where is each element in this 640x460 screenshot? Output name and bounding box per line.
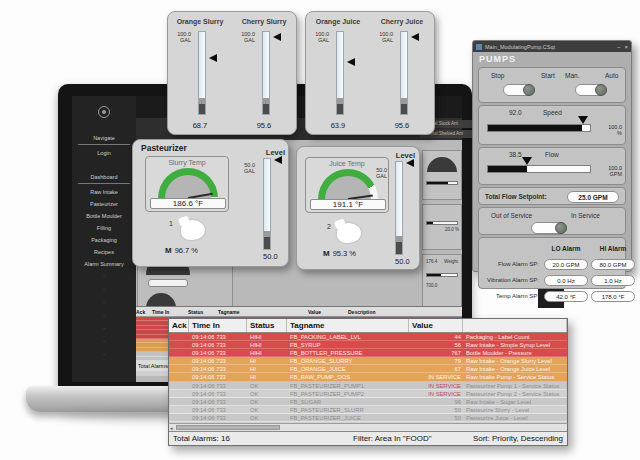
pump-icon[interactable] [181, 220, 205, 240]
gauge-value: 186.6 °F [150, 198, 226, 209]
level-capacity: 50.0GAL [237, 162, 255, 174]
speed-label: Speed [543, 109, 562, 116]
alarm-cell-val: 56 [409, 341, 463, 348]
alarm-cell-status: HIHI [247, 341, 287, 348]
toggle-knob[interactable] [523, 84, 535, 96]
alarm-cell-ack[interactable] [169, 365, 189, 372]
alarm-cell-status: OK [247, 406, 287, 413]
alarm-row[interactable]: 09:14:06 733HIFB_ORANGE_JUICE67Raw Intak… [169, 365, 567, 373]
total-flow-label: Total Flow Setpoint: [485, 193, 547, 200]
service-toggle[interactable] [531, 222, 567, 234]
alarm-sp-lo-field[interactable]: 0.0 Hz [544, 275, 588, 286]
alarm-cell-ack[interactable] [169, 349, 189, 356]
sidebar-item-navigate[interactable]: Navigate [78, 132, 130, 145]
sidebar-dot: · [72, 348, 136, 361]
alarm-cell-ack[interactable] [169, 341, 189, 348]
start-stop-toggle[interactable] [503, 84, 535, 96]
alarm-sp-lo-field[interactable]: 20.0 GPM [544, 259, 588, 270]
alarm-column-header[interactable]: Ack [169, 319, 189, 332]
alarm-table-scrollbar[interactable]: ◂ [169, 423, 567, 431]
alarm-sp-lo-field[interactable]: 42.0 °F [544, 291, 588, 302]
juice-level-column: Level 50.0GAL 50.0 [369, 151, 419, 267]
sidebar-item-alarm-summary[interactable]: Alarm Summary [72, 258, 136, 270]
bg-small-gauge [427, 157, 457, 172]
sidebar-item-packaging[interactable]: Packaging [72, 234, 136, 246]
flow-slider[interactable] [487, 165, 591, 173]
alarm-row[interactable]: 09:14:06 733OKFB_PASTEURIZER_SLURR50Past… [169, 406, 567, 414]
alarm-column-header[interactable]: Status [247, 319, 287, 332]
man-auto-toggle[interactable] [575, 84, 607, 96]
alarm-column-header[interactable]: Tagname [287, 319, 409, 332]
sidebar-dot: · [72, 270, 136, 283]
alarm-cell-status: OK [247, 414, 287, 421]
total-alarms-label: Total Alarms: 16 [173, 434, 353, 443]
alarm-cell-ack[interactable] [169, 333, 189, 340]
alarm-row[interactable]: 09:14:06 733HIHIFB_SYRUP56Raw Intake - S… [169, 341, 567, 349]
alarm-row[interactable]: 09:14:06 733HIHIFB_BOTTLER_PRESSURE767Bo… [169, 349, 567, 357]
bg-right-widget-2: 20.0 % [422, 204, 462, 250]
toggle-knob[interactable] [595, 84, 607, 96]
orange-slurry-tank: Orange Slurry 100.0GAL 68.7 [171, 18, 229, 130]
scrollbar-thumb[interactable] [176, 425, 280, 430]
tank-level-bar [400, 31, 408, 115]
flow-slider-marker[interactable] [522, 157, 532, 165]
stop-label: Stop [491, 72, 504, 79]
sidebar-item-recipes[interactable]: Recipes [72, 246, 136, 258]
alarm-cell-val: 50 [409, 406, 463, 413]
tank-level-bar [262, 31, 270, 115]
alarm-row[interactable]: 09:14:06 733HIFB_ORANGE_SLURRY79Raw Inta… [169, 357, 567, 365]
alarm-sp-hi-field[interactable]: 80.0 GPM [591, 259, 635, 270]
pump-mode-pct: M96.7 % [165, 246, 198, 255]
alarm-cell-ack[interactable] [169, 414, 189, 421]
alarm-row[interactable]: 09:14:06 733OKFB_SUGAR96Raw Intake - Sug… [169, 398, 567, 406]
alarm-cell-tag: FB_PASTEURIZER_PUMP2 [287, 390, 409, 397]
sidebar-item-filling[interactable]: Filling [72, 222, 136, 234]
bg-alarm-header-cell: Time In [152, 307, 188, 317]
alarm-cell-ack[interactable] [169, 382, 189, 389]
alarm-cell-val: 96 [409, 398, 463, 405]
alarm-row[interactable]: 09:14:06 733OKFB_PASTEURIZER_JUICE50Past… [169, 414, 567, 422]
orange-juice-tank: Orange Juice 100.0GAL 63.9 [309, 18, 367, 130]
pumps-titlebar[interactable]: Main_ModulatingPump.CSqt – × [473, 41, 631, 52]
speed-section: 92.0 Speed 100.0% [478, 105, 626, 145]
alarm-cell-desc: Raw Intake - Orange Juice Level [463, 365, 567, 372]
speed-slider[interactable] [487, 124, 591, 132]
sidebar-item-raw-intake[interactable]: Raw Intake [72, 186, 136, 198]
alarm-row[interactable]: 09:14:06 733HIFB_RAW_PUMP_OOSIN SERVICER… [169, 373, 567, 381]
manual-label: Man. [565, 72, 579, 79]
close-button[interactable]: × [624, 44, 628, 50]
alarm-cell-ack[interactable] [169, 398, 189, 405]
alarm-cell-ack[interactable] [169, 406, 189, 413]
speed-slider-marker[interactable] [578, 116, 588, 124]
alarm-column-header[interactable] [463, 319, 567, 332]
total-flow-setpoint-field[interactable]: 25.0 GPM [567, 191, 619, 203]
bg-alarm-header-cell: Status [188, 307, 218, 317]
slurry-level-column: Level 50.0GAL 50.0 [237, 148, 287, 264]
sidebar-item-pasteurizer[interactable]: Pasteurizer [72, 198, 136, 210]
alarm-cell-ack[interactable] [169, 390, 189, 397]
sidebar-item-login[interactable]: Login [72, 147, 136, 159]
alarm-sp-hi-field[interactable]: 1.0 Hz [591, 275, 635, 286]
minimize-button[interactable]: – [617, 44, 620, 50]
alarm-cell-time: 09:14:06 733 [189, 365, 247, 372]
alarm-row[interactable]: 09:14:06 733OKFB_PASTEURIZER_PUMP1IN SER… [169, 382, 567, 390]
alarm-cell-ack[interactable] [169, 373, 189, 380]
alarm-column-header[interactable]: Time In [189, 319, 247, 332]
alarm-row[interactable]: 09:14:06 733HIHIFB_PACKING_LABEL_LVL44Pa… [169, 333, 567, 341]
pasteurizer-juice-panel: Juice Temp 191.1 °F Level 50.0GAL 50.0 2… [296, 146, 420, 270]
bg-alarm-header-cell: Value [308, 307, 348, 317]
alarm-column-header[interactable]: Value [409, 319, 463, 332]
alarm-cell-ack[interactable] [169, 357, 189, 364]
sidebar-item-dashboard[interactable]: Dashboard [78, 171, 130, 184]
alarm-row[interactable]: 09:14:06 733OKFB_PASTEURIZER_PUMP2IN SER… [169, 390, 567, 398]
sidebar-item-bottle-moulder[interactable]: Bottle Moulder [72, 210, 136, 222]
alarm-cell-val: 44 [409, 333, 463, 340]
window-icon [476, 44, 482, 50]
alarm-cell-time: 09:14:06 733 [189, 390, 247, 397]
alarm-sp-hi-field[interactable]: 178.0 °F [591, 291, 635, 302]
pumps-heading: PUMPS [473, 52, 631, 65]
scroll-left-arrow[interactable]: ◂ [170, 425, 173, 431]
tank-value: 63.9 [309, 121, 367, 130]
toggle-knob[interactable] [555, 222, 567, 234]
pump-icon[interactable] [337, 223, 361, 243]
